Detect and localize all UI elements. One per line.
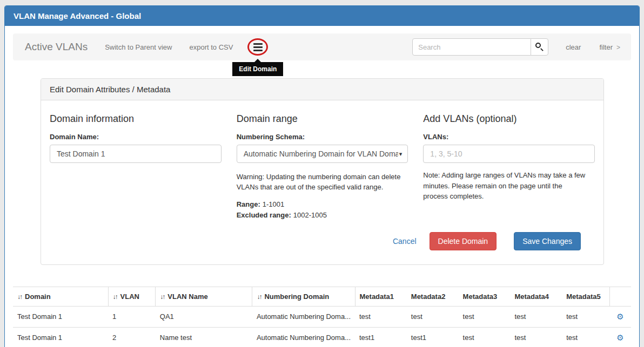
clear-link[interactable]: clear — [566, 43, 581, 51]
chevron-right-icon: > — [616, 44, 620, 51]
add-vlans-section: Add VLANs (optional) VLANs: Note: Adding… — [423, 109, 595, 219]
excluded-range-line: Excluded range:1002-1005 — [237, 211, 408, 219]
numbering-schema-label: Numbering Schema: — [237, 133, 408, 141]
cell-metadata5: test — [562, 327, 609, 347]
range-line: Range:1-1001 — [237, 200, 408, 208]
sort-icon[interactable]: ↓↑ — [17, 293, 22, 301]
chevron-down-icon: ▾ — [399, 151, 403, 158]
search-group — [412, 38, 548, 56]
numbering-warning-text: Warning: Updating the numbering domain c… — [237, 172, 408, 193]
vlans-label: VLANs: — [423, 133, 595, 141]
cell-metadata1: test — [355, 306, 407, 327]
export-csv-link[interactable]: export to CSV — [189, 43, 233, 51]
col-header-metadata4: Metadata4 — [510, 287, 562, 306]
edit-domain-tooltip: Edit Domain — [232, 62, 283, 76]
panel-actions: Cancel Delete Domain Save Changes — [50, 232, 581, 250]
cell-metadata4: test — [510, 306, 562, 327]
excluded-range-label: Excluded range: — [237, 211, 291, 219]
cell-vlan: 2 — [108, 327, 156, 347]
search-icon — [535, 43, 541, 48]
sort-icon[interactable]: ↓↑ — [160, 293, 164, 301]
cell-numbering-domain: Automatic Numbering Doma... — [252, 327, 355, 347]
col-header-actions — [609, 287, 631, 306]
delete-domain-button[interactable]: Delete Domain — [430, 232, 497, 250]
vlan-manage-card: VLAN Manage Advanced - Global Active VLA… — [4, 5, 640, 347]
numbering-schema-value: Automatic Numbering Domain for VLAN Doma — [244, 149, 398, 158]
range-label: Range: — [237, 200, 260, 208]
edit-panel-title: Edit Domain Attributes / Metadata — [41, 79, 603, 100]
cell-metadata3: test — [459, 306, 511, 327]
save-changes-button[interactable]: Save Changes — [514, 232, 581, 250]
domain-name-label: Domain Name: — [50, 133, 222, 141]
table-header-row: ↓↑Domain ↓↑VLAN ↓↑VLAN Name ↓↑Numbering … — [13, 287, 631, 306]
cancel-button[interactable]: Cancel — [393, 237, 417, 246]
range-value: 1-1001 — [263, 200, 284, 208]
vlan-table: ↓↑Domain ↓↑VLAN ↓↑VLAN Name ↓↑Numbering … — [13, 287, 631, 347]
edit-domain-menu[interactable]: Edit Domain — [251, 40, 264, 53]
vlans-input[interactable] — [423, 145, 595, 163]
domain-information-section: Domain information Domain Name: — [50, 109, 222, 219]
search-input[interactable] — [412, 38, 531, 56]
numbering-schema-select[interactable]: Automatic Numbering Domain for VLAN Doma… — [237, 145, 408, 163]
cell-vlan-name: Name test — [156, 327, 252, 347]
cell-metadata5: test — [562, 306, 609, 327]
cell-metadata2: test1 — [407, 327, 459, 347]
domain-range-heading: Domain range — [237, 113, 408, 125]
gear-icon[interactable]: ⚙ — [616, 333, 623, 342]
cell-vlan-name: QA1 — [156, 306, 252, 327]
filter-link[interactable]: filter> — [599, 43, 620, 51]
col-header-metadata2: Metadata2 — [407, 287, 459, 306]
table-row: Test Domain 1 1 QA1 Automatic Numbering … — [13, 306, 631, 327]
col-header-domain[interactable]: ↓↑Domain — [13, 287, 108, 306]
vlan-table-area: ↓↑Domain ↓↑VLAN ↓↑VLAN Name ↓↑Numbering … — [13, 287, 631, 347]
search-button[interactable] — [531, 38, 548, 56]
cell-vlan: 1 — [108, 306, 156, 327]
col-header-metadata5: Metadata5 — [562, 287, 609, 306]
cell-metadata4: test — [510, 327, 562, 347]
col-header-vlan-name[interactable]: ↓↑VLAN Name — [156, 287, 252, 306]
sort-icon[interactable]: ↓↑ — [113, 293, 117, 301]
edit-domain-panel: Edit Domain Attributes / Metadata Domain… — [41, 78, 604, 265]
vlans-note-text: Note: Adding large ranges of VLANs may t… — [423, 170, 585, 202]
cell-metadata1: test1 — [355, 327, 407, 347]
domain-name-input[interactable] — [50, 145, 222, 163]
domain-information-heading: Domain information — [50, 113, 222, 125]
cell-domain: Test Domain 1 — [13, 327, 108, 347]
add-vlans-heading: Add VLANs (optional) — [423, 113, 595, 125]
cell-metadata2: test — [407, 306, 459, 327]
hamburger-icon[interactable] — [253, 43, 263, 51]
col-header-numbering-domain[interactable]: ↓↑Numbering Domain — [252, 287, 355, 306]
gear-icon[interactable]: ⚙ — [616, 312, 623, 321]
col-header-vlan[interactable]: ↓↑VLAN — [108, 287, 156, 306]
switch-parent-view-link[interactable]: Switch to Parent view — [105, 43, 172, 51]
toolbar: Active VLANs Switch to Parent view expor… — [13, 33, 631, 60]
cell-metadata3: test — [459, 327, 511, 347]
excluded-range-value: 1002-1005 — [293, 211, 327, 219]
domain-range-section: Domain range Numbering Schema: Automatic… — [237, 109, 408, 219]
page-title: VLAN Manage Advanced - Global — [5, 6, 639, 26]
cell-numbering-domain: Automatic Numbering Doma... — [252, 306, 355, 327]
table-row: Test Domain 1 2 Name test Automatic Numb… — [13, 327, 631, 347]
active-vlans-heading: Active VLANs — [25, 41, 88, 53]
cell-domain: Test Domain 1 — [13, 306, 108, 327]
sort-icon[interactable]: ↓↑ — [257, 293, 261, 301]
col-header-metadata1: Metadata1 — [355, 287, 407, 306]
col-header-metadata3: Metadata3 — [459, 287, 511, 306]
